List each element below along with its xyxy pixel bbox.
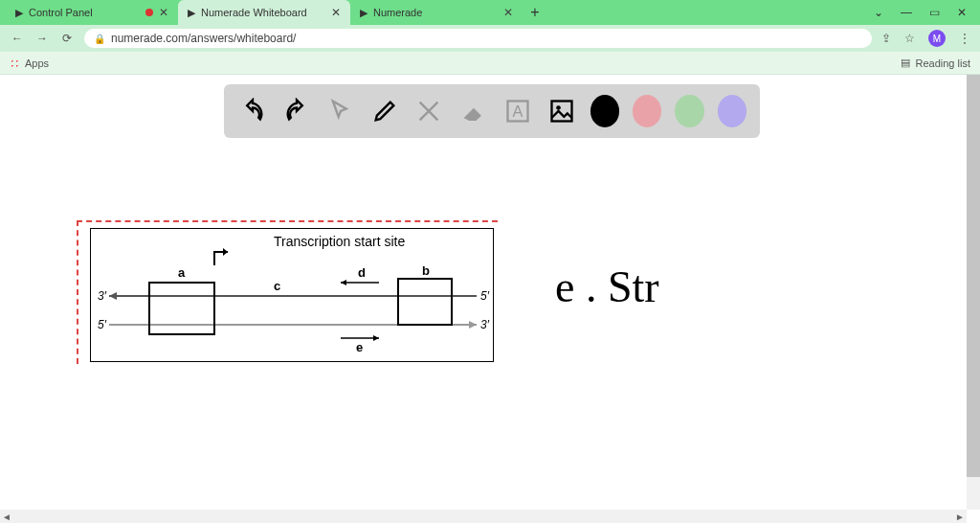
svg-rect-2 [551,102,571,122]
svg-rect-7 [398,279,452,325]
redo-icon [283,98,310,125]
redo-button[interactable] [281,94,312,128]
window-controls: ⌄ — ▭ ✕ [874,0,980,25]
transcription-diagram: Transcription start site 3′ 5′ 5′ 3′ a [91,229,495,363]
horizontal-scrollbar[interactable]: ◄► [0,510,967,523]
pencil-tool[interactable] [369,94,400,128]
tools-button[interactable] [413,94,444,128]
close-tab-icon[interactable]: ✕ [503,6,513,19]
kebab-menu-icon[interactable]: ⋮ [959,32,970,45]
bookmarks-bar: Apps ▤ Reading list [0,52,980,75]
tab-title: Numerade Whiteboard [201,7,325,18]
label-c: c [274,279,280,293]
url-text: numerade.com/answers/whiteboard/ [111,32,296,45]
forward-button[interactable]: → [34,32,50,45]
lock-icon: 🔒 [94,34,105,44]
play-icon: ▶ [15,7,23,19]
browser-tabstrip: ▶ Control Panel ✕ ▶ Numerade Whiteboard … [0,0,980,25]
play-icon: ▶ [188,7,195,19]
color-green[interactable] [675,95,703,127]
image-icon [548,98,575,125]
address-bar[interactable]: 🔒 numerade.com/answers/whiteboard/ [84,29,872,48]
undo-button[interactable] [237,94,268,128]
diagram-container: Transcription start site 3′ 5′ 5′ 3′ a [77,220,498,374]
diagram-box: Transcription start site 3′ 5′ 5′ 3′ a [90,228,494,362]
color-black[interactable] [590,95,619,127]
svg-rect-6 [149,283,214,334]
new-tab-button[interactable]: + [523,0,547,25]
reload-button[interactable]: ⟳ [59,32,75,45]
pencil-icon [371,98,398,125]
browser-omnibar: ← → ⟳ 🔒 numerade.com/answers/whiteboard/… [0,25,980,52]
window-maximize-icon[interactable]: ▭ [929,6,940,19]
reading-list-icon: ▤ [901,57,910,69]
vertical-scrollbar[interactable] [967,75,980,510]
window-close-icon[interactable]: ✕ [957,6,967,19]
label-e: e [356,340,363,354]
undo-icon [239,98,266,125]
image-tool[interactable] [546,94,577,128]
label-d: d [358,265,366,280]
svg-point-3 [556,105,561,110]
end-5prime-left: 5′ [98,318,107,331]
play-icon: ▶ [360,7,368,19]
label-b: b [422,263,430,278]
diagram-title: Transcription start site [274,234,405,249]
record-icon [145,9,153,16]
crossed-tools-icon [415,98,442,125]
apps-label: Apps [25,57,49,69]
tab-title: Numerade [373,7,498,18]
end-5prime-right: 5′ [480,289,490,303]
apps-button[interactable]: Apps [10,57,49,69]
text-icon: A [504,98,531,125]
end-3prime-right: 3′ [480,318,490,331]
close-tab-icon[interactable]: ✕ [159,6,168,19]
color-pink[interactable] [633,95,661,127]
tab-numerade[interactable]: ▶ Numerade ✕ [350,0,523,25]
handwritten-note: e . Str [555,262,659,312]
tab-numerade-whiteboard[interactable]: ▶ Numerade Whiteboard ✕ [178,0,350,25]
page-content: A Transcription start site 3′ 5′ [0,75,980,523]
pointer-tool[interactable] [325,94,356,128]
profile-avatar[interactable]: M [928,30,946,47]
apps-grid-icon [10,58,19,68]
share-icon[interactable]: ⇪ [881,32,891,45]
textbox-tool[interactable]: A [502,94,533,128]
tab-control-panel[interactable]: ▶ Control Panel ✕ [6,0,178,25]
label-a: a [178,265,186,280]
tab-title: Control Panel [29,7,140,18]
window-dropdown-icon[interactable]: ⌄ [874,6,883,19]
close-tab-icon[interactable]: ✕ [331,6,341,19]
window-minimize-icon[interactable]: — [901,6,912,19]
star-icon[interactable]: ☆ [904,32,915,45]
pointer-icon [327,98,354,125]
reading-list-label: Reading list [916,57,970,69]
eraser-tool[interactable] [457,94,488,128]
color-purple[interactable] [718,95,746,127]
svg-text:A: A [512,102,523,120]
reading-list-button[interactable]: ▤ Reading list [901,57,970,69]
end-3prime-left: 3′ [98,289,107,303]
eraser-icon [460,98,487,125]
whiteboard-toolbar: A [224,84,760,138]
back-button[interactable]: ← [10,32,25,45]
